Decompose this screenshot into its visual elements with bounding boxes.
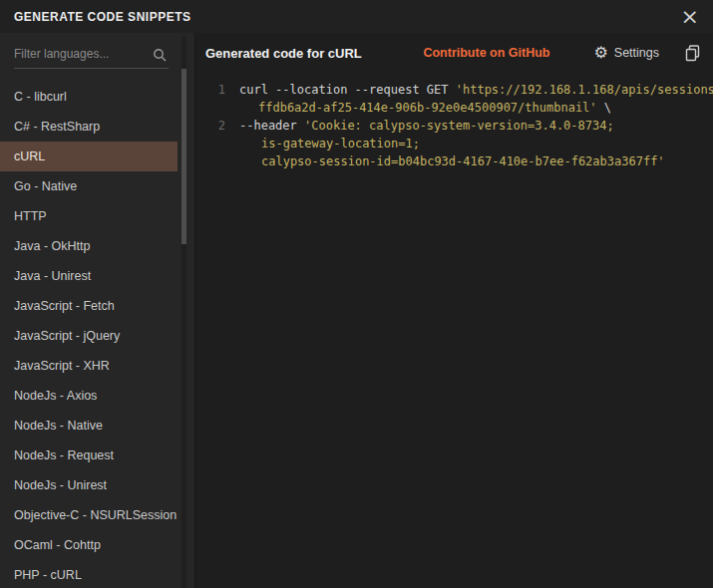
line-number: 2 (203, 117, 225, 135)
code-segment-string: ffdb6a2d-af25-414e-906b-92e0e4500907/thu… (258, 101, 597, 115)
sidebar-item-java-unirest[interactable]: Java - Unirest (0, 261, 178, 291)
code-row: ffdb6a2d-af25-414e-906b-92e0e4500907/thu… (203, 99, 703, 117)
line-number (203, 135, 225, 152)
code-panel: Generated code for cURL Contribute on Gi… (195, 33, 713, 588)
code-line: --header 'Cookie: calypso-system-version… (225, 117, 614, 135)
sidebar-item-java-okhttp[interactable]: Java - OkHttp (0, 231, 178, 261)
code-segment-string: 'Cookie: calypso-system-version=3.4.0-87… (304, 119, 614, 133)
code-row: is-gateway-location=1; (203, 135, 703, 152)
close-icon[interactable]: × (681, 7, 699, 27)
generated-code-title: Generated code for cURL (205, 46, 362, 61)
code-line: is-gateway-location=1; (225, 135, 420, 152)
sidebar-item-c-restsharp[interactable]: C# - RestSharp (0, 112, 178, 142)
language-list: C - libcurlC# - RestSharpcURLGo - Native… (0, 82, 178, 588)
sidebar-item-c-libcurl[interactable]: C - libcurl (0, 82, 178, 112)
gear-icon: ⚙ (593, 45, 607, 61)
code-segment-plain: --header (239, 119, 304, 133)
code-line: calypso-session-id=b04bc93d-4167-410e-b7… (225, 152, 665, 170)
copy-icon[interactable] (685, 45, 701, 62)
code-snippet: 1curl --location --request GET 'https://… (195, 73, 713, 588)
filter-container (0, 33, 194, 73)
line-number (203, 152, 225, 170)
code-segment-plain: curl --location --request GET (239, 83, 456, 97)
sidebar-scrollbar[interactable] (181, 37, 186, 588)
sidebar-item-javascript-xhr[interactable]: JavaScript - XHR (0, 351, 178, 381)
language-sidebar: C - libcurlC# - RestSharpcURLGo - Native… (0, 33, 195, 588)
code-segment-plain: \ (597, 101, 611, 115)
code-row: 2--header 'Cookie: calypso-system-versio… (203, 117, 703, 135)
settings-button[interactable]: ⚙ Settings (593, 45, 659, 61)
settings-label: Settings (614, 46, 659, 60)
sidebar-item-nodejs-request[interactable]: NodeJs - Request (0, 441, 178, 470)
line-number: 1 (203, 81, 225, 99)
dialog-body: C - libcurlC# - RestSharpcURLGo - Native… (0, 33, 713, 588)
code-line: ffdb6a2d-af25-414e-906b-92e0e4500907/thu… (225, 99, 611, 117)
filter-languages-input[interactable] (14, 43, 169, 69)
code-row: 1curl --location --request GET 'https://… (203, 81, 703, 99)
sidebar-scrollbar-thumb[interactable] (181, 69, 186, 244)
code-panel-header: Generated code for cURL Contribute on Gi… (195, 33, 713, 73)
generate-code-snippets-dialog: GENERATE CODE SNIPPETS × C - libcurlC# -… (0, 0, 713, 588)
sidebar-item-javascript-jquery[interactable]: JavaScript - jQuery (0, 321, 178, 351)
code-segment-string: calypso-session-id=b04bc93d-4167-410e-b7… (261, 154, 665, 168)
sidebar-item-objective-c-nsurlsession[interactable]: Objective-C - NSURLSession (0, 500, 178, 530)
search-icon (153, 48, 167, 62)
contribute-on-github-link[interactable]: Contribute on GitHub (423, 46, 549, 60)
dialog-titlebar: GENERATE CODE SNIPPETS × (0, 0, 713, 33)
code-segment-string: is-gateway-location=1; (261, 137, 420, 150)
sidebar-item-http[interactable]: HTTP (0, 201, 178, 231)
sidebar-item-nodejs-unirest[interactable]: NodeJs - Unirest (0, 470, 178, 500)
dialog-title: GENERATE CODE SNIPPETS (14, 10, 190, 24)
sidebar-item-javascript-fetch[interactable]: JavaScript - Fetch (0, 291, 178, 321)
code-line: curl --location --request GET 'https://1… (225, 81, 713, 99)
line-number (203, 99, 225, 117)
sidebar-item-nodejs-axios[interactable]: NodeJs - Axios (0, 381, 178, 411)
code-row: calypso-session-id=b04bc93d-4167-410e-b7… (203, 152, 703, 170)
sidebar-item-ocaml-cohttp[interactable]: OCaml - Cohttp (0, 530, 178, 560)
code-segment-string: 'https://192.168.1.168/apis/sessions/ (456, 83, 713, 97)
sidebar-item-go-native[interactable]: Go - Native (0, 171, 178, 201)
sidebar-item-nodejs-native[interactable]: NodeJs - Native (0, 411, 178, 441)
sidebar-item-php-curl[interactable]: PHP - cURL (0, 560, 178, 588)
sidebar-item-curl[interactable]: cURL (0, 142, 178, 171)
